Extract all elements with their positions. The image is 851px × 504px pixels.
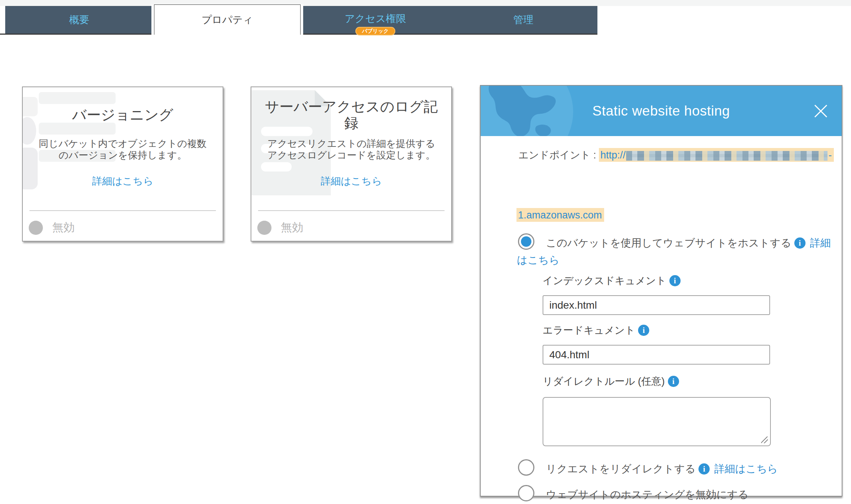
status-dot-icon <box>29 221 43 235</box>
tab-properties[interactable]: プロパティ <box>154 4 301 35</box>
radio-redirect-requests-label: リクエストをリダイレクトする i 詳細はこちら <box>546 462 778 476</box>
endpoint-url-dash: - <box>828 149 832 161</box>
card-status: 無効 <box>257 220 303 235</box>
endpoint-url-highlight[interactable]: 1.amazonaws.com <box>516 208 604 222</box>
radio-disable-hosting-label: ウェブサイトのホスティングを無効にする <box>546 488 748 502</box>
document-line-decoration <box>261 162 292 171</box>
close-icon[interactable] <box>813 104 828 119</box>
endpoint-url-prefix: http:// <box>600 149 626 161</box>
learn-more-link-wrap[interactable]: はこちら <box>517 253 560 267</box>
tab-management-label: 管理 <box>514 13 534 26</box>
endpoint-url-highlight[interactable]: http://- <box>599 148 834 162</box>
card-status: 無効 <box>29 220 75 235</box>
info-icon[interactable]: i <box>638 325 649 336</box>
endpoint-url-line2: 1.amazonaws.com <box>518 210 602 221</box>
radio-host-website[interactable] <box>518 233 534 250</box>
server-access-logging-card[interactable]: サーバーアクセスのログ記録 アクセスリクエストの詳細を提供するアクセスログレコー… <box>251 86 452 242</box>
radio-host-website-label: このバケットを使用してウェブサイトをホストする i 詳細 <box>546 236 831 250</box>
error-document-label: エラードキュメント i <box>543 324 649 337</box>
learn-more-link[interactable]: 詳細はこちら <box>23 174 223 188</box>
info-icon[interactable]: i <box>698 463 710 475</box>
panel-title: Static website hosting <box>481 86 842 136</box>
info-icon[interactable]: i <box>794 237 806 249</box>
panel-body: エンドポイント : http://- 1.amazonaws.com このバケッ… <box>481 136 842 496</box>
radio-selected-dot <box>521 236 531 247</box>
redirect-rules-label: リダイレクトルール (任意) i <box>543 375 679 388</box>
status-text: 無効 <box>281 220 303 235</box>
error-document-input[interactable] <box>543 345 770 365</box>
card-divider <box>258 210 445 211</box>
endpoint-row-line2: 1.amazonaws.com <box>516 209 604 221</box>
learn-more-link[interactable]: 詳細はこちら <box>251 174 451 188</box>
card-description: アクセスリクエストの詳細を提供するアクセスログレコードを設定します。 <box>259 138 444 161</box>
static-website-hosting-panel: Static website hosting エンドポイント : http://… <box>480 85 842 497</box>
learn-more-link[interactable]: 詳細はこちら <box>714 462 778 476</box>
tab-overview-label: 概要 <box>69 13 90 26</box>
redacted-url-pixelation <box>626 151 828 161</box>
tab-bar: 概要 アクセス権限 パブリック 管理 <box>5 6 597 34</box>
info-icon[interactable]: i <box>669 275 681 286</box>
redirect-rules-textarea[interactable] <box>543 397 771 446</box>
radio-redirect-requests[interactable] <box>518 459 534 476</box>
endpoint-label: エンドポイント : <box>518 149 599 161</box>
card-description: 同じバケット内でオブジェクトの複数のバージョンを保持します。 <box>30 138 215 161</box>
index-document-input[interactable] <box>543 295 770 315</box>
textarea-resize-grip-icon[interactable] <box>761 437 768 443</box>
tab-properties-label: プロパティ <box>201 13 253 26</box>
status-dot-icon <box>257 221 271 235</box>
card-divider <box>29 210 216 211</box>
public-badge: パブリック <box>355 27 396 35</box>
panel-header: Static website hosting <box>481 86 842 136</box>
versioning-card[interactable]: バージョニング 同じバケット内でオブジェクトの複数のバージョンを保持します。 詳… <box>22 86 223 242</box>
tab-permissions[interactable]: アクセス権限 パブリック <box>301 6 449 34</box>
tab-overview[interactable]: 概要 <box>5 6 153 34</box>
tab-management[interactable]: 管理 <box>449 6 597 34</box>
status-text: 無効 <box>52 220 75 235</box>
radio-disable-hosting[interactable] <box>518 485 534 501</box>
index-document-label: インデックスドキュメント i <box>543 274 681 287</box>
learn-more-link[interactable]: 詳細 <box>810 236 831 250</box>
card-title: サーバーアクセスのログ記録 <box>259 98 444 132</box>
page-top-strip <box>0 0 851 6</box>
card-title: バージョニング <box>30 98 215 132</box>
s3-properties-page: 概要 アクセス権限 パブリック 管理 プロパティ バージョニング 同じバケット内… <box>0 0 851 504</box>
tab-permissions-label: アクセス権限 <box>345 12 406 25</box>
endpoint-row: エンドポイント : http://- <box>518 149 834 161</box>
info-icon[interactable]: i <box>668 376 679 387</box>
